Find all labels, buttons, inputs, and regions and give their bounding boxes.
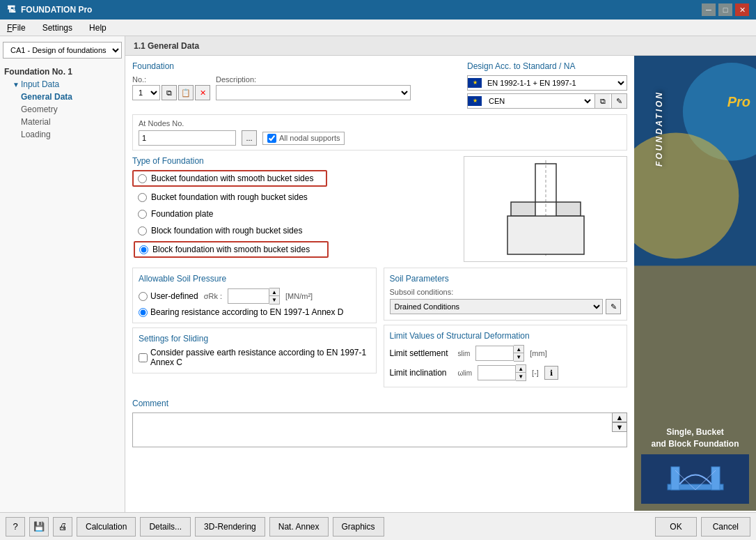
svg-rect-3 xyxy=(556,202,581,216)
sidebar-tree: Foundation No. 1 ▼Input Data General Dat… xyxy=(0,63,125,144)
comment-scroll-down[interactable]: ▼ xyxy=(612,422,627,432)
radio-opt2-label: Bucket foundation with rough bucket side… xyxy=(151,192,308,202)
subsoil-edit-btn[interactable]: ✎ xyxy=(606,299,621,314)
no-label: No.: xyxy=(132,75,210,84)
radio-opt1-label: Bucket foundation with smooth bucket sid… xyxy=(151,173,313,183)
svg-rect-10 xyxy=(671,467,679,490)
logo-subtitle: Single, Bucket and Block Foundation xyxy=(641,426,749,450)
inclination-input[interactable] xyxy=(478,365,516,380)
graphics-button[interactable]: Graphics xyxy=(333,517,384,537)
minimize-button[interactable]: ─ xyxy=(702,3,716,16)
nodes-browse-btn[interactable]: ... xyxy=(242,130,257,146)
bottom-toolbar: ? 💾 🖨 Calculation Details... 3D-Renderin… xyxy=(0,512,756,540)
comment-textarea[interactable] xyxy=(132,412,627,447)
radio-opt5-label: Block foundation with smooth bucket side… xyxy=(152,245,310,254)
sidebar-item-general-data[interactable]: General Data xyxy=(4,91,120,103)
settlement-label: Limit settlement xyxy=(390,348,452,358)
sigma-input[interactable] xyxy=(228,288,269,304)
nodes-input[interactable] xyxy=(139,130,236,146)
details-button[interactable]: Details... xyxy=(140,517,191,537)
paste-icon-btn[interactable]: 📋 xyxy=(178,85,194,100)
rendering-button[interactable]: 3D-Rendering xyxy=(195,517,265,537)
radio-opt4[interactable] xyxy=(138,226,147,236)
sidebar-item-material[interactable]: Material xyxy=(4,116,120,128)
ok-button[interactable]: OK xyxy=(655,517,696,537)
unit-label: [MN/m²] xyxy=(285,292,313,300)
radio-user-defined[interactable] xyxy=(139,292,148,301)
inclination-info-btn[interactable]: ℹ xyxy=(544,366,558,380)
logo-panel: FOUNDATION Pro Single, Bucket and Block … xyxy=(634,56,756,511)
settlement-down-btn[interactable]: ▼ xyxy=(514,353,523,361)
na-copy-btn[interactable]: ⧉ xyxy=(594,94,610,108)
foundation-type-opt3[interactable]: Foundation plate xyxy=(134,208,457,220)
limit-values-title: Limit Values of Structural Deformation xyxy=(390,331,622,341)
menu-bar: FFile Settings Help xyxy=(0,20,756,36)
comment-scroll-up[interactable]: ▲ xyxy=(612,412,627,422)
delete-icon-btn[interactable]: ✕ xyxy=(195,85,210,100)
subsoil-select[interactable]: Drained Conditions Undrained Conditions xyxy=(390,299,604,314)
case-dropdown[interactable]: CA1 - Design of foundations xyxy=(3,42,122,59)
radio-opt3[interactable] xyxy=(138,210,147,219)
sidebar-item-geometry[interactable]: Geometry xyxy=(4,103,120,116)
design-standard-section: Design Acc. to Standard / NA ★ EN 1992-1… xyxy=(467,61,627,109)
sidebar-item-loading[interactable]: Loading xyxy=(4,128,120,141)
passive-earth-label: Consider passive earth resistance accord… xyxy=(150,348,370,367)
menu-file[interactable]: FFile xyxy=(3,22,30,34)
print-icon-btn[interactable]: 🖨 xyxy=(53,517,72,537)
comment-section: Comment ▲ ▼ xyxy=(132,399,627,449)
settings-sliding-title: Settings for Sliding xyxy=(139,334,370,344)
sigma-up-btn[interactable]: ▲ xyxy=(269,288,279,296)
close-button[interactable]: ✕ xyxy=(735,3,749,16)
allowable-soil-section: Allowable Soil Pressure User-defined σRk… xyxy=(132,268,377,323)
maximize-button[interactable]: □ xyxy=(718,3,732,16)
svg-rect-4 xyxy=(507,216,584,254)
subsoil-label: Subsoil conditions: xyxy=(390,288,622,296)
content-area: 1.1 General Data Foundation No.: xyxy=(125,36,756,512)
svg-rect-11 xyxy=(711,467,720,490)
foundation-no-select[interactable]: 1 xyxy=(132,85,160,100)
sigma-down-btn[interactable]: ▼ xyxy=(269,296,279,304)
calculation-button[interactable]: Calculation xyxy=(77,517,136,537)
radio-bearing[interactable] xyxy=(139,308,148,317)
app-icon: 🏗 xyxy=(7,5,15,15)
passive-earth-checkbox[interactable] xyxy=(139,353,148,362)
inclination-down-btn[interactable]: ▼ xyxy=(516,373,526,380)
radio-opt5[interactable] xyxy=(139,245,148,254)
limit-values-section: Limit Values of Structural Deformation L… xyxy=(384,325,628,387)
help-icon-btn[interactable]: ? xyxy=(6,517,25,537)
standard-select[interactable]: EN 1992-1-1 + EN 1997-1 xyxy=(485,76,627,90)
settlement-up-btn[interactable]: ▲ xyxy=(514,346,523,353)
description-select[interactable] xyxy=(216,85,411,100)
menu-settings[interactable]: Settings xyxy=(38,22,77,34)
foundation-title: Foundation xyxy=(132,61,453,71)
all-nodal-checkbox[interactable] xyxy=(267,134,276,143)
foundation-type-section: Type of Foundation Bucket foundation wit… xyxy=(132,156,457,262)
sidebar-item-foundation[interactable]: Foundation No. 1 xyxy=(4,65,120,78)
inclination-up-btn[interactable]: ▲ xyxy=(516,365,526,373)
settlement-sub: slim xyxy=(458,350,471,357)
logo-pro-text: Pro xyxy=(727,94,750,110)
inclination-sub: ωlim xyxy=(458,369,473,377)
settlement-input[interactable] xyxy=(475,346,514,361)
sidebar: CA1 - Design of foundations Foundation N… xyxy=(0,36,125,512)
nodes-section: At Nodes No. ... All nodal supports xyxy=(132,114,627,151)
radio-opt2[interactable] xyxy=(138,193,147,202)
copy-icon-btn[interactable]: ⧉ xyxy=(162,85,177,100)
na-edit-btn[interactable]: ✎ xyxy=(611,94,627,108)
user-defined-label: User-defined xyxy=(150,291,198,301)
foundation-type-opt5[interactable]: Block foundation with smooth bucket side… xyxy=(134,241,329,258)
section-header: 1.1 General Data xyxy=(125,36,756,56)
foundation-type-opt2[interactable]: Bucket foundation with rough bucket side… xyxy=(134,191,457,203)
radio-opt3-label: Foundation plate xyxy=(151,209,213,219)
logo-foundation-text: FOUNDATION xyxy=(645,91,675,167)
radio-opt1[interactable] xyxy=(138,174,147,183)
cancel-button[interactable]: Cancel xyxy=(701,517,750,537)
nat-annex-button[interactable]: Nat. Annex xyxy=(269,517,329,537)
menu-help[interactable]: Help xyxy=(85,22,111,34)
save-icon-btn[interactable]: 💾 xyxy=(29,517,49,537)
foundation-type-opt1[interactable]: Bucket foundation with smooth bucket sid… xyxy=(132,170,327,187)
na-select[interactable]: CEN xyxy=(486,94,593,108)
foundation-type-opt4[interactable]: Block foundation with rough bucket sides xyxy=(134,224,457,237)
cen-flag-icon: ★ xyxy=(468,96,482,106)
sidebar-item-input-data[interactable]: ▼Input Data xyxy=(4,78,120,91)
